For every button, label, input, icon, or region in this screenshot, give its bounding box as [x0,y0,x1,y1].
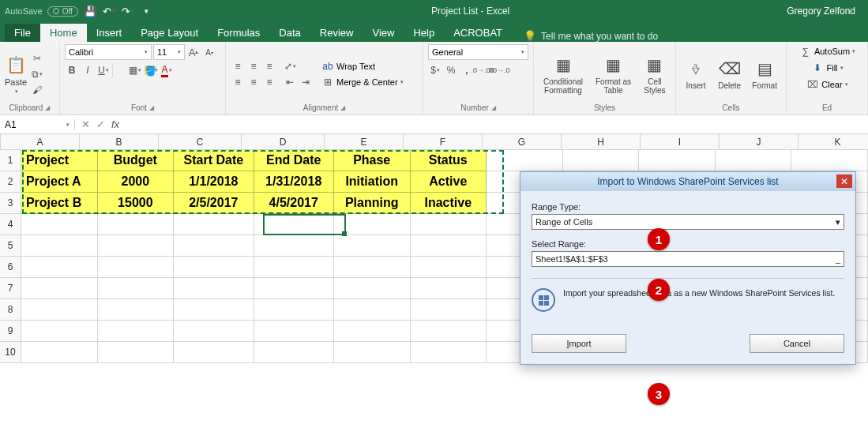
row-header-10[interactable]: 10 [0,342,21,363]
cell-A1[interactable]: Project [21,150,98,171]
column-header-F[interactable]: F [404,134,483,149]
cell-F2[interactable]: Active [411,171,487,193]
font-color-button[interactable]: A▾ [160,63,174,77]
format-as-table-button[interactable]: ▦Format as Table [596,54,631,95]
redo-icon[interactable]: ↷▾ [121,4,135,18]
cell-E1[interactable]: Phase [334,150,411,171]
cell-D2[interactable]: 1/31/2018 [254,171,334,193]
tab-acrobat[interactable]: ACROBAT [444,24,512,42]
qat-customize-icon[interactable]: ▾ [140,4,154,18]
select-range-input[interactable]: Sheet1!$A$1:$F$3_ [532,251,844,267]
column-header-B[interactable]: B [80,134,159,149]
cell-F3[interactable]: Inactive [411,193,487,214]
cell-D4[interactable] [254,214,334,235]
bold-button[interactable]: B [65,63,79,77]
cut-icon[interactable]: ✂ [30,51,44,66]
decrease-decimal-icon[interactable]: .00→.0 [491,63,505,77]
format-painter-icon[interactable]: 🖌 [30,83,44,97]
cell-C2[interactable]: 1/1/2018 [174,171,254,193]
cell-D5[interactable] [254,235,334,257]
cell-F6[interactable] [411,257,487,278]
align-left-icon[interactable]: ≡ [231,75,245,89]
underline-button[interactable]: U▾ [96,63,111,77]
cell-C5[interactable] [174,235,254,257]
cell-D8[interactable] [254,299,334,321]
cell-C4[interactable] [174,214,254,235]
tab-home[interactable]: Home [40,24,87,42]
tab-help[interactable]: Help [404,24,444,42]
cell-K1[interactable] [791,150,868,171]
cell-F4[interactable] [411,214,487,235]
cell-C6[interactable] [174,257,254,278]
cell-D9[interactable] [254,321,334,342]
cell-F5[interactable] [411,235,487,257]
tab-data[interactable]: Data [269,24,310,42]
row-header-6[interactable]: 6 [0,257,21,278]
dialog-launcher-icon[interactable]: ◢ [340,104,345,111]
cell-A8[interactable] [21,299,98,321]
cell-G1[interactable] [487,150,563,171]
cell-A7[interactable] [21,278,98,299]
cell-C8[interactable] [174,299,254,321]
format-cells-button[interactable]: ▤Format [752,58,777,90]
fill-color-button[interactable]: 🪣▾ [144,63,158,77]
align-right-icon[interactable]: ≡ [262,75,276,89]
decrease-indent-icon[interactable]: ⇤ [283,75,297,89]
cell-B1[interactable]: Budget [98,150,175,171]
fx-icon[interactable]: fx [111,118,119,130]
font-name-select[interactable]: Calibri▾ [65,44,152,60]
dialog-launcher-icon[interactable]: ◢ [45,104,50,111]
tab-formulas[interactable]: Formulas [208,24,269,42]
cell-B9[interactable] [98,321,175,342]
cell-F9[interactable] [411,321,487,342]
row-header-8[interactable]: 8 [0,299,21,321]
tab-view[interactable]: View [363,24,404,42]
column-header-D[interactable]: D [242,134,325,149]
conditional-formatting-button[interactable]: ▦Conditional Formatting [543,54,583,95]
cell-C9[interactable] [174,321,254,342]
clear-button[interactable]: ⌧Clear▾ [806,77,847,92]
dialog-launcher-icon[interactable]: ◢ [149,104,154,111]
cell-H1[interactable] [563,150,640,171]
orientation-icon[interactable]: ⤢▾ [283,59,297,73]
enter-formula-icon[interactable]: ✓ [96,118,105,130]
cell-A2[interactable]: Project A [21,171,98,193]
tab-file[interactable]: File [5,24,40,42]
cancel-button[interactable]: Cancel [750,334,844,353]
column-header-I[interactable]: I [641,134,720,149]
row-header-3[interactable]: 3 [0,193,21,214]
column-header-G[interactable]: G [483,134,562,149]
cell-C3[interactable]: 2/5/2017 [174,193,254,214]
name-box[interactable]: A1▾ [0,119,75,130]
cell-D10[interactable] [254,342,334,363]
dialog-title-bar[interactable]: Import to Windows SharePoint Services li… [520,172,855,191]
cell-A10[interactable] [21,342,98,363]
fill-button[interactable]: ⬇Fill▾ [810,61,843,75]
number-format-select[interactable]: General▾ [428,44,528,60]
cell-D1[interactable]: End Date [254,150,334,171]
cancel-formula-icon[interactable]: ✕ [81,118,90,130]
cell-A9[interactable] [21,321,98,342]
tab-page-layout[interactable]: Page Layout [131,24,208,42]
autosave-toggle[interactable]: Off [47,6,78,17]
column-header-J[interactable]: J [720,134,798,149]
close-icon[interactable]: ✕ [836,174,852,188]
range-type-select[interactable]: Range of Cells▾ [532,214,844,230]
align-bottom-icon[interactable]: ≡ [262,59,276,73]
cell-A6[interactable] [21,257,98,278]
cell-B8[interactable] [98,299,175,321]
column-header-C[interactable]: C [159,134,242,149]
cell-D3[interactable]: 4/5/2017 [254,193,334,214]
import-button[interactable]: Import [532,334,626,353]
cell-E5[interactable] [334,235,411,257]
cell-E3[interactable]: Planning [334,193,411,214]
column-header-H[interactable]: H [562,134,641,149]
row-header-9[interactable]: 9 [0,321,21,342]
cell-E6[interactable] [334,257,411,278]
row-header-1[interactable]: 1 [0,150,21,171]
font-size-select[interactable]: 11▾ [153,44,185,60]
user-name[interactable]: Gregory Zelfond [787,6,863,17]
column-header-K[interactable]: K [798,134,868,149]
undo-icon[interactable]: ↶▾ [102,4,116,18]
cell-B3[interactable]: 15000 [98,193,175,214]
